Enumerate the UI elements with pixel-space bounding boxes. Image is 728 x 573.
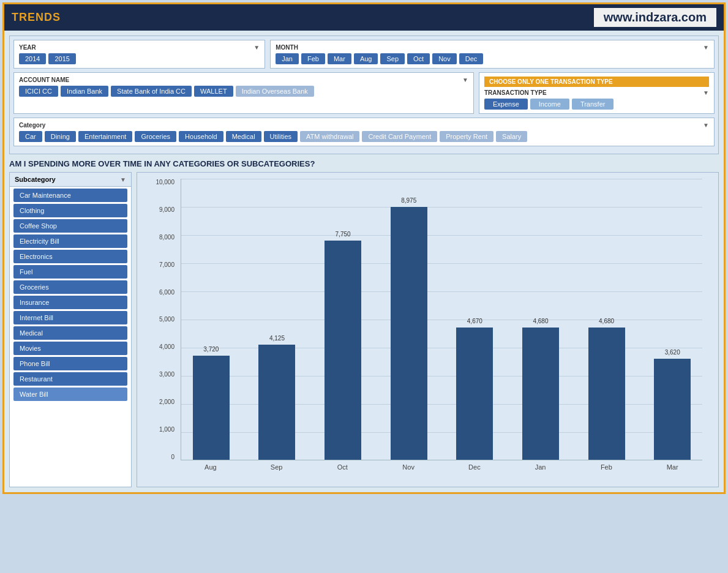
bar-value-mar: 3,620 [665,349,680,356]
account-filter-icon[interactable]: ▼ [462,77,468,83]
month-chip-feb[interactable]: Feb [301,53,325,64]
subcategory-item-clothing[interactable]: Clothing [13,204,127,217]
header: TRENDS www.indzara.com [4,4,724,31]
year-chip-2014[interactable]: 2014 [19,53,46,64]
bottom-section: Subcategory ▼ Car Maintenance Clothing C… [9,172,719,487]
category-chip-entertainment[interactable]: Entertainment [78,131,132,142]
bar-group-mar: 3,620 [642,179,702,460]
bar-value-jan: 4,680 [533,318,548,324]
subcategory-filter-icon[interactable]: ▼ [120,176,126,183]
bar-group-oct: 7,750 [313,179,373,460]
subcategory-item-medical[interactable]: Medical [13,326,127,340]
category-chip-household[interactable]: Household [179,131,223,142]
category-chip-medical[interactable]: Medical [226,131,261,142]
transaction-filter-box: CHOOSE ONLY ONE TRANSACTION TYPE TRANSAC… [479,72,715,114]
x-label-jan: Jan [511,463,571,479]
chart-area: 10,000 9,000 8,000 7,000 6,000 5,000 4,0… [137,172,719,487]
y-label-8000: 8,000 [159,234,174,241]
month-chip-sep[interactable]: Sep [380,53,405,64]
category-chip-property[interactable]: Property Rent [440,131,493,142]
bar-oct: 7,750 [325,241,361,460]
account-filter-label: ACCOUNT NAME ▼ [19,77,468,83]
category-chip-car[interactable]: Car [19,131,42,142]
subcategory-item-groceries[interactable]: Groceries [13,280,127,294]
bar-value-nov: 8,975 [401,197,416,204]
transaction-chips: Expense Income Transfer [484,99,709,110]
month-chip-dec[interactable]: Dec [459,53,484,64]
chart-container: 10,000 9,000 8,000 7,000 6,000 5,000 4,0… [147,179,708,479]
subcategory-item-restaurant[interactable]: Restaurant [13,372,127,386]
category-filter-box: Category ▼ Car Dining Entertainment Groc… [13,118,715,146]
y-label-6000: 6,000 [159,289,174,296]
chart-bars: 3,7204,1257,7508,9754,6704,6804,6803,620 [181,179,702,460]
year-chip-2015[interactable]: 2015 [48,53,75,64]
y-label-1000: 1,000 [159,426,174,433]
category-chip-utilities[interactable]: Utilities [264,131,298,142]
app-container: TRENDS www.indzara.com YEAR ▼ 2014 2015 [2,2,726,494]
y-label-4000: 4,000 [159,343,174,350]
account-chip-overseas[interactable]: Indian Overseas Bank [236,86,314,97]
month-chip-aug[interactable]: Aug [354,53,378,64]
bar-feb: 4,680 [588,328,625,460]
y-label-3000: 3,000 [159,371,174,378]
subcategory-item-coffee-shop[interactable]: Coffee Shop [13,219,127,233]
section-title: AM I SPENDING MORE OVER TIME IN ANY CATE… [9,159,719,168]
category-chip-dining[interactable]: Dining [45,131,76,142]
subcategory-item-movies[interactable]: Movies [13,342,127,355]
y-label-10000: 10,000 [156,179,174,185]
trans-chip-transfer[interactable]: Transfer [572,99,614,110]
x-axis-labels: AugSepOctNovDecJanFebMar [181,463,702,479]
header-url: www.indzara.com [594,8,716,27]
transaction-filter-icon[interactable]: ▼ [703,89,709,96]
x-label-feb: Feb [577,463,637,479]
category-chip-groceries[interactable]: Groceries [135,131,176,142]
category-chip-salary[interactable]: Salary [496,131,527,142]
bar-dec: 4,670 [456,328,493,460]
y-axis: 10,000 9,000 8,000 7,000 6,000 5,000 4,0… [147,179,178,460]
bar-value-feb: 4,680 [599,318,614,324]
month-filter-box: MONTH ▼ Jan Feb Mar Aug Sep Oct Nov Dec [270,40,715,69]
month-chip-oct[interactable]: Oct [407,53,430,64]
month-filter-icon[interactable]: ▼ [703,44,709,51]
subcategory-item-internet-bill[interactable]: Internet Bill [13,311,127,324]
month-chip-jan[interactable]: Jan [276,53,299,64]
category-chip-credit[interactable]: Credit Card Payment [362,131,437,142]
account-chip-icici[interactable]: ICICI CC [19,86,58,97]
subcategory-list[interactable]: Car Maintenance Clothing Coffee Shop Ele… [10,187,131,487]
x-label-aug: Aug [181,463,241,479]
trans-chip-expense[interactable]: Expense [484,99,528,110]
subcategory-item-phone-bill[interactable]: Phone Bill [13,357,127,370]
year-filter-icon[interactable]: ▼ [253,44,260,51]
subcategory-item-insurance[interactable]: Insurance [13,296,127,309]
account-chip-wallet[interactable]: WALLET [194,86,233,97]
x-label-nov: Nov [378,463,438,479]
account-filter-box: ACCOUNT NAME ▼ ICICI CC Indian Bank Stat… [13,72,474,114]
filter-section: YEAR ▼ 2014 2015 MONTH ▼ Jan [9,36,719,154]
subcategory-item-electronics[interactable]: Electronics [13,250,127,263]
account-chip-indian[interactable]: Indian Bank [61,86,108,97]
account-chip-sbi[interactable]: State Bank of India CC [111,86,192,97]
trans-chip-income[interactable]: Income [530,99,569,110]
category-row: Category ▼ Car Dining Entertainment Groc… [13,118,715,146]
bar-group-sep: 4,125 [247,179,307,460]
month-chip-mar[interactable]: Mar [328,53,351,64]
month-chips: Jan Feb Mar Aug Sep Oct Nov Dec [276,53,709,64]
bar-group-aug: 3,720 [181,179,241,460]
category-chip-atm[interactable]: ATM withdrawal [300,131,359,142]
x-label-oct: Oct [313,463,373,479]
y-label-9000: 9,000 [159,206,174,213]
category-filter-icon[interactable]: ▼ [703,122,709,129]
bar-value-sep: 4,125 [269,335,285,342]
subcategory-item-car-maintenance[interactable]: Car Maintenance [13,189,127,202]
year-chips: 2014 2015 [19,53,260,64]
bar-value-aug: 3,720 [203,346,219,353]
y-label-7000: 7,000 [159,261,174,268]
subcategory-item-water-bill[interactable]: Water Bill [13,388,127,401]
subcategory-item-electricity-bill[interactable]: Electricity Bill [13,234,127,248]
bar-group-jan: 4,680 [511,179,571,460]
subcategory-panel: Subcategory ▼ Car Maintenance Clothing C… [9,172,132,487]
y-label-5000: 5,000 [159,316,174,323]
month-chip-nov[interactable]: Nov [432,53,457,64]
subcategory-item-fuel[interactable]: Fuel [13,265,127,279]
subcategory-header: Subcategory ▼ [10,173,131,187]
